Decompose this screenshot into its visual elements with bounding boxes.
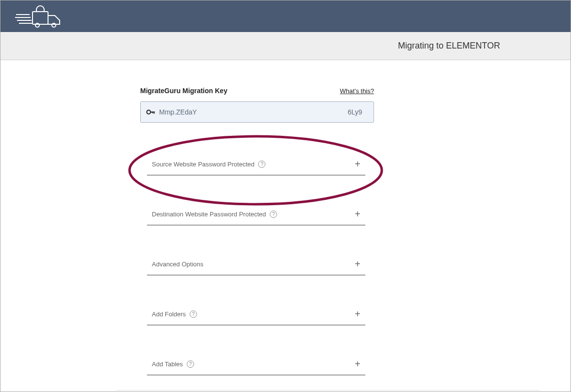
accordion-destination-password[interactable]: Destination Website Password Protected ?…	[147, 200, 365, 226]
accordion-advanced-options[interactable]: Advanced Options +	[147, 250, 365, 276]
accordion-section: Source Website Password Protected ? + De…	[147, 150, 365, 376]
main-area: MigrateGuru Migration Key What's this? S…	[0, 60, 571, 392]
accordion-add-folders[interactable]: Add Folders ? +	[147, 300, 365, 326]
svg-rect-4	[33, 12, 48, 24]
svg-rect-11	[152, 112, 153, 114]
expand-icon: +	[355, 359, 360, 370]
accordion-label-text: Advanced Options	[152, 261, 203, 268]
expand-icon: +	[355, 259, 360, 270]
help-icon[interactable]: ?	[258, 161, 265, 168]
sub-bar: Migrating to ELEMENTOR	[0, 32, 571, 60]
destination-title: Migrating to ELEMENTOR	[398, 41, 500, 51]
migration-key-input[interactable]	[159, 108, 369, 116]
accordion-add-tables[interactable]: Add Tables ? +	[147, 350, 365, 376]
whats-this-link[interactable]: What's this?	[340, 87, 374, 95]
accordion-label-text: Add Folders	[152, 310, 186, 318]
expand-icon: +	[355, 159, 360, 170]
accordion-label-text: Add Tables	[152, 360, 183, 368]
help-icon[interactable]: ?	[187, 360, 194, 368]
svg-rect-10	[154, 112, 155, 114]
app-logo	[15, 5, 68, 28]
key-icon	[146, 107, 156, 117]
accordion-label-text: Source Website Password Protected	[152, 161, 254, 168]
help-icon[interactable]: ?	[190, 310, 197, 318]
migration-key-label: MigrateGuru Migration Key	[140, 87, 228, 95]
top-bar	[0, 0, 571, 32]
accordion-label-text: Destination Website Password Protected	[152, 211, 266, 218]
expand-icon: +	[355, 309, 360, 320]
expand-icon: +	[355, 209, 360, 220]
help-icon[interactable]: ?	[270, 211, 277, 218]
svg-point-8	[147, 110, 151, 114]
migration-key-input-wrap	[140, 101, 374, 123]
migration-key-section: MigrateGuru Migration Key What's this?	[140, 87, 374, 123]
accordion-source-password[interactable]: Source Website Password Protected ? +	[147, 150, 365, 176]
